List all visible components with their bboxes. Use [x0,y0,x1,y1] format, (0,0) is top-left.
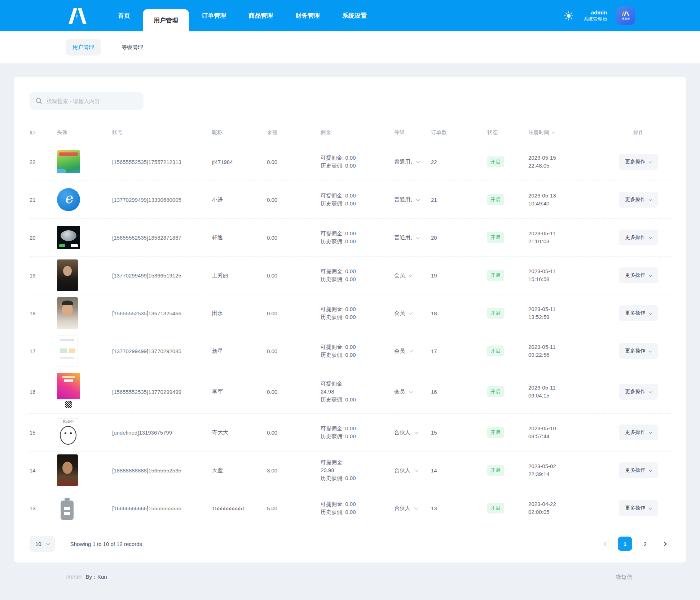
more-actions-button[interactable]: 更多操作 [619,462,658,478]
theme-toggle-button[interactable] [563,10,574,21]
nav-item-finance-management[interactable]: 财务管理 [286,0,330,31]
row-level-value: 会员 [394,310,405,317]
chevron-down-icon[interactable] [414,506,418,510]
nav-item-home[interactable]: 首页 [108,0,140,31]
more-actions-button[interactable]: 更多操作 [619,384,658,400]
column-header-register-time[interactable]: 注册时间 [528,129,606,136]
commission-line: 历史获佣: 0.00 [321,275,394,283]
status-badge: 开启 [487,232,504,243]
register-time-line: 2023-05-11 [528,305,606,313]
commission-line: 可提佣金: 0.00 [321,192,394,200]
chevron-down-icon[interactable] [416,235,420,239]
row-level-value: 合伙人 [394,467,410,474]
row-actions-cell: 更多操作 [606,343,670,359]
user-info[interactable]: admin 系统管理员 [584,9,607,22]
row-register-time: 2023-05-1121:01:03 [528,230,606,245]
user-name: admin [584,9,607,16]
commission-line: 历史获佣: 0.00 [321,432,394,440]
more-actions-button[interactable]: 更多操作 [619,267,658,283]
chevron-down-icon[interactable] [416,197,420,201]
search-box[interactable] [30,92,144,110]
row-id: 21 [30,197,57,203]
column-header-balance: 余额 [267,129,321,136]
chevron-down-icon[interactable] [409,348,413,352]
more-actions-label: 更多操作 [625,159,646,165]
footer-brand: 微短信 [616,574,632,581]
user-avatar [57,259,78,291]
column-header-orders: 订单数 [431,129,487,136]
more-actions-button[interactable]: 更多操作 [619,425,658,440]
status-badge: 开启 [487,194,504,205]
column-header-label: 状态 [487,129,498,136]
row-register-time: 2023-04-2202:00:05 [528,500,606,516]
subnav-item-user-management[interactable]: 用户管理 [66,39,101,55]
nav-item-product-management[interactable]: 商品管理 [239,0,283,31]
chevron-down-icon[interactable] [416,159,420,163]
footer-year: 2023© [66,574,82,580]
search-input[interactable] [47,98,138,104]
table-row: 15 [undefined]13193675799 寄大大 0.00 可提佣金:… [30,414,670,452]
more-actions-label: 更多操作 [625,348,646,354]
register-time-line: 2023-05-02 [528,462,606,470]
more-actions-button[interactable]: 更多操作 [619,154,658,170]
row-order-count: 17 [431,348,487,354]
nav-item-order-management[interactable]: 订单管理 [192,0,236,31]
status-badge: 开启 [487,386,504,397]
nav-item-user-management[interactable]: 用户管理 [143,9,189,31]
row-commission: 可提佣金: 0.00历史获佣: 0.00 [321,154,394,170]
column-header-label: 注册时间 [528,129,549,136]
row-level: 会员 [394,348,431,355]
prev-page-button[interactable] [600,538,612,550]
avatar[interactable]: 微短信 [616,6,635,25]
chevron-down-icon [648,160,652,163]
more-actions-button[interactable]: 更多操作 [619,343,658,359]
chevron-down-icon[interactable] [414,430,418,434]
column-header-status: 状态 [487,129,528,136]
status-badge: 开启 [487,270,504,281]
brand-logo[interactable] [67,0,87,31]
more-actions-button[interactable]: 更多操作 [619,230,658,245]
row-avatar-cell [57,495,112,521]
user-avatar [57,188,80,211]
user-avatar [57,150,80,173]
more-actions-button[interactable]: 更多操作 [619,305,658,321]
chevron-down-icon[interactable] [409,389,413,393]
user-avatar [57,226,80,249]
page-button-1[interactable]: 1 [618,537,632,551]
chevron-down-icon[interactable] [409,311,413,315]
row-commission: 可提佣金: 0.00历史获佣: 0.00 [321,500,394,516]
next-page-button[interactable] [658,538,670,550]
row-balance: 0.00 [267,197,321,203]
more-actions-button[interactable]: 更多操作 [619,500,658,516]
chevron-down-icon [648,430,652,434]
register-time-line: 2023-05-10 [528,425,606,432]
commission-line: 历史获佣: 0.00 [321,237,394,245]
chevron-down-icon [648,273,652,277]
status-badge: 开启 [487,465,504,476]
nav-item-system-settings[interactable]: 系统设置 [333,0,377,31]
row-balance: 5.00 [267,505,321,511]
user-avatar [57,297,78,329]
register-time-line: 21:01:03 [528,237,606,245]
main-nav: 首页用户管理订单管理商品管理财务管理系统设置 [108,0,377,31]
table-row: 13 [16666666666]15555555555 15555555551 … [30,489,670,527]
more-actions-label: 更多操作 [625,467,646,474]
more-actions-button[interactable]: 更多操作 [619,192,658,208]
row-actions-cell: 更多操作 [606,154,670,170]
page-size-select[interactable]: 10 [30,536,55,552]
row-register-time: 2023-05-1522:48:05 [528,154,606,170]
row-level: 会员 [394,272,431,279]
row-level-value: 普通用户 [394,159,412,165]
column-header-level: 等级 [394,129,431,136]
chevron-down-icon[interactable] [409,273,413,277]
page-button-2[interactable]: 2 [638,537,652,551]
row-avatar-cell [57,297,112,329]
row-actions-cell: 更多操作 [606,462,670,478]
subnav-item-level-management[interactable]: 等级管理 [115,39,150,55]
row-avatar-cell [57,373,112,410]
row-status-cell: 开启 [487,465,528,476]
chevron-down-icon[interactable] [414,468,418,472]
register-time-line: 09:22:56 [528,351,606,359]
row-level: 合伙人 [394,429,431,436]
row-balance: 0.00 [267,310,321,316]
